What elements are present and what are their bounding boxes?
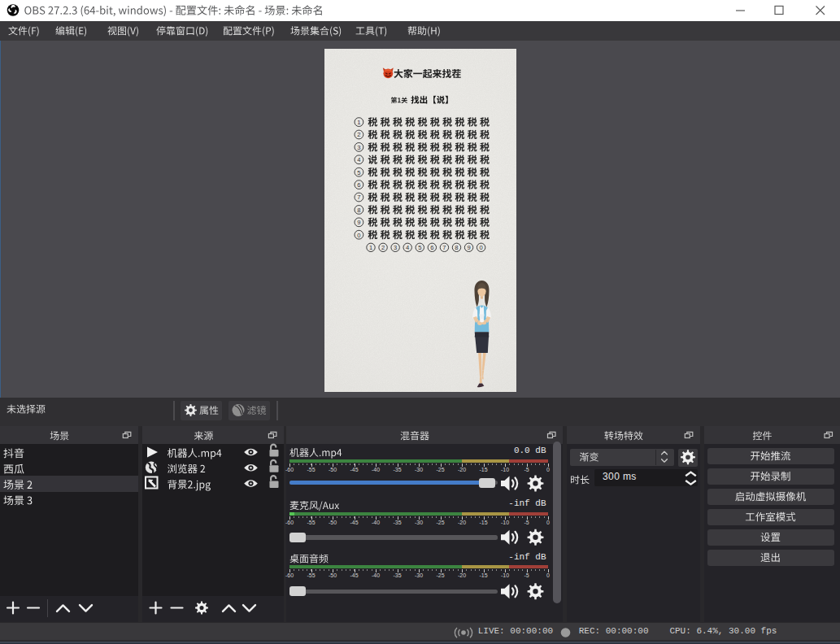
svg-text:9: 9 xyxy=(467,244,470,251)
svg-text:3: 3 xyxy=(394,244,397,251)
svg-text:3: 3 xyxy=(357,144,360,151)
svg-text:8: 8 xyxy=(357,207,360,214)
svg-text:6: 6 xyxy=(357,181,360,189)
svg-text:2: 2 xyxy=(381,244,385,251)
svg-text:6: 6 xyxy=(430,244,433,251)
svg-text:0: 0 xyxy=(480,244,483,251)
svg-text:4: 4 xyxy=(357,156,360,163)
svg-text:9: 9 xyxy=(357,219,360,226)
svg-text:2: 2 xyxy=(357,131,360,138)
svg-text:7: 7 xyxy=(442,244,446,251)
svg-text:5: 5 xyxy=(418,244,421,251)
svg-text:4: 4 xyxy=(406,244,409,251)
svg-text:1: 1 xyxy=(357,119,360,126)
svg-text:5: 5 xyxy=(357,169,360,176)
svg-text:1: 1 xyxy=(369,244,372,251)
svg-text:0: 0 xyxy=(357,232,360,239)
svg-text:7: 7 xyxy=(357,194,360,201)
svg-text:8: 8 xyxy=(455,244,458,251)
